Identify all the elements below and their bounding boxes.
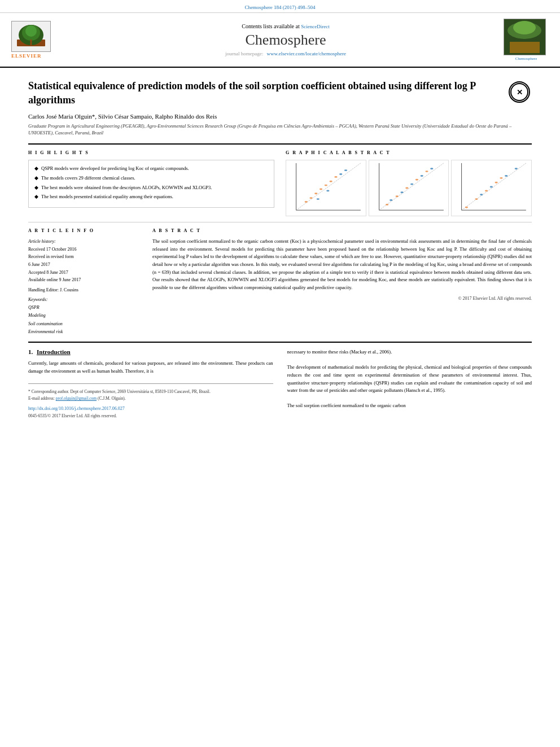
svg-point-37 bbox=[400, 192, 403, 194]
copyright-line: © 2017 Elsevier Ltd. All rights reserved… bbox=[152, 296, 532, 301]
svg-point-24 bbox=[344, 169, 347, 171]
revised-label: Received in revised form bbox=[28, 253, 141, 261]
svg-point-53 bbox=[490, 186, 493, 188]
email-line: E-mail address: prof.olguin@gmail.com (C… bbox=[28, 395, 273, 402]
highlight-text-2: The models covers 29 different chemical … bbox=[41, 174, 135, 182]
highlight-item-3: ◆ The best models were obtained from the… bbox=[34, 184, 268, 191]
svg-point-19 bbox=[320, 189, 322, 190]
svg-rect-8 bbox=[510, 42, 540, 53]
elsevier-tree-icon bbox=[11, 21, 51, 52]
doi-link[interactable]: http://dx.doi.org/10.1016/j.chemosphere.… bbox=[28, 406, 125, 411]
svg-point-45 bbox=[465, 207, 468, 208]
svg-point-33 bbox=[405, 187, 408, 189]
revised-date: 6 June 2017 bbox=[28, 261, 141, 269]
svg-point-48 bbox=[495, 182, 498, 184]
bullet-icon-2: ◆ bbox=[34, 174, 38, 182]
svg-point-23 bbox=[339, 173, 342, 175]
svg-point-34 bbox=[415, 179, 418, 181]
svg-point-35 bbox=[425, 171, 428, 172]
article-info-heading: A R T I C L E I N F O bbox=[28, 228, 141, 233]
keywords-list: QSPR Modeling Soil contamination Environ… bbox=[28, 304, 141, 337]
soil-sorption-text: The soil sorption coefficient normalized… bbox=[287, 403, 406, 408]
keywords-section: Keywords: QSPR Modeling Soil contaminati… bbox=[28, 297, 141, 337]
main-right-col: necessary to monitor these risks (Mackay… bbox=[287, 348, 532, 420]
intro-title: Introduction bbox=[37, 348, 71, 355]
email-link[interactable]: prof.olguin@gmail.com bbox=[56, 396, 97, 401]
page: Chemosphere 184 (2017) 498–504 ELSEVIER bbox=[0, 0, 560, 747]
abstract-col: A B S T R A C T The soil sorption coeffi… bbox=[152, 228, 532, 336]
main-content-divider bbox=[28, 342, 532, 343]
svg-point-16 bbox=[305, 201, 308, 203]
accepted-date: Accepted 8 June 2017 bbox=[28, 269, 141, 277]
svg-point-52 bbox=[500, 177, 503, 179]
sciencedirect-link[interactable]: ScienceDirect bbox=[301, 24, 329, 29]
intro-text-1: Currently, large amounts of chemicals, p… bbox=[28, 360, 273, 374]
title-divider bbox=[28, 143, 532, 145]
keyword-2: Modeling bbox=[28, 312, 141, 320]
graphical-abstract-col: G R A P H I C A L A B S T R A C T bbox=[286, 150, 532, 216]
intro-heading: 1. Introduction bbox=[28, 348, 273, 355]
ga-plots-container bbox=[286, 160, 532, 216]
highlight-text-1: QSPR models were developed for predictin… bbox=[41, 165, 189, 172]
article-body: Statistical equivalence of prediction mo… bbox=[0, 68, 560, 431]
bullet-icon-3: ◆ bbox=[34, 184, 38, 191]
svg-point-38 bbox=[410, 184, 413, 185]
svg-point-39 bbox=[420, 175, 423, 177]
available-date: Available online 9 June 2017 bbox=[28, 276, 141, 284]
svg-point-20 bbox=[325, 185, 327, 186]
journal-reference-bar: Chemosphere 184 (2017) 498–504 bbox=[0, 0, 560, 13]
svg-point-50 bbox=[515, 168, 518, 169]
bullet-icon: ◆ bbox=[34, 165, 38, 172]
doi-line: http://dx.doi.org/10.1016/j.chemosphere.… bbox=[28, 405, 273, 413]
highlight-text-3: The best models were obtained from the d… bbox=[41, 184, 212, 191]
section-divider-1 bbox=[28, 222, 532, 222]
svg-point-36 bbox=[390, 199, 392, 201]
sciencedirect-line: Contents lists available at ScienceDirec… bbox=[79, 23, 492, 29]
homepage-url[interactable]: www.elsevier.com/locate/chemosphere bbox=[267, 51, 346, 56]
svg-point-7 bbox=[513, 21, 536, 34]
highlight-item-1: ◆ QSPR models were developed for predict… bbox=[34, 165, 268, 172]
article-title: Statistical equivalence of prediction mo… bbox=[28, 79, 498, 107]
development-text: The development of mathematical models f… bbox=[287, 364, 532, 393]
abstract-heading: A B S T R A C T bbox=[152, 228, 532, 233]
cover-label: Chemosphere bbox=[504, 56, 549, 61]
highlights-box: ◆ QSPR models were developed for predict… bbox=[28, 160, 274, 208]
homepage-label: journal homepage: bbox=[225, 51, 263, 56]
journal-ref-text: Chemosphere 184 (2017) 498–504 bbox=[244, 5, 315, 10]
abstract-text: The soil sorption coefficient normalized… bbox=[152, 238, 532, 291]
keyword-3: Soil contamination bbox=[28, 320, 141, 328]
svg-point-32 bbox=[395, 195, 398, 197]
graphical-abstract-heading: G R A P H I C A L A B S T R A C T bbox=[286, 150, 532, 155]
email-suffix: (C.J.M. Olguin). bbox=[98, 396, 126, 401]
main-content-section: 1. Introduction Currently, large amounts… bbox=[28, 348, 532, 420]
intro-para-1: Currently, large amounts of chemicals, p… bbox=[28, 360, 273, 375]
article-dates: Article history: Received 17 October 201… bbox=[28, 238, 141, 284]
crossmark-icon: ✕ bbox=[509, 81, 530, 103]
right-col-text: necessary to monitor these risks (Mackay… bbox=[287, 348, 532, 410]
affiliation-text: Graduate Program in Agricultural Enginee… bbox=[28, 123, 532, 137]
highlight-text-4: The best models presented statistical eq… bbox=[41, 193, 173, 200]
main-left-col: 1. Introduction Currently, large amounts… bbox=[28, 348, 273, 420]
article-title-row: Statistical equivalence of prediction mo… bbox=[28, 79, 532, 107]
journal-header: ELSEVIER Contents lists available at Sci… bbox=[0, 13, 560, 68]
necessary-text: necessary to monitor these risks (Mackay… bbox=[287, 349, 392, 355]
highlight-item-4: ◆ The best models presented statistical … bbox=[34, 193, 268, 200]
highlights-heading: H I G H L I G H T S bbox=[28, 150, 274, 155]
svg-point-21 bbox=[329, 181, 332, 182]
svg-point-22 bbox=[334, 176, 337, 178]
crossmark-badge: ✕ bbox=[506, 79, 532, 104]
keywords-label: Keywords: bbox=[28, 297, 141, 302]
corresponding-author: * Corresponding author. Dept of Computer… bbox=[28, 388, 273, 395]
svg-point-47 bbox=[485, 190, 488, 192]
contents-list-text: Contents lists available at bbox=[242, 23, 299, 29]
elsevier-logo: ELSEVIER bbox=[11, 21, 68, 59]
svg-point-26 bbox=[326, 190, 329, 192]
elsevier-logo-area: ELSEVIER bbox=[11, 21, 68, 59]
svg-point-18 bbox=[314, 193, 317, 194]
highlights-graphical-section: H I G H L I G H T S ◆ QSPR models were d… bbox=[28, 150, 532, 216]
cover-thumbnail bbox=[504, 19, 546, 55]
keyword-1: QSPR bbox=[28, 304, 141, 312]
highlights-col: H I G H L I G H T S ◆ QSPR models were d… bbox=[28, 150, 274, 216]
editor-line: Handling Editor: J. Cousins bbox=[28, 287, 141, 292]
ga-plot-3 bbox=[451, 160, 532, 216]
